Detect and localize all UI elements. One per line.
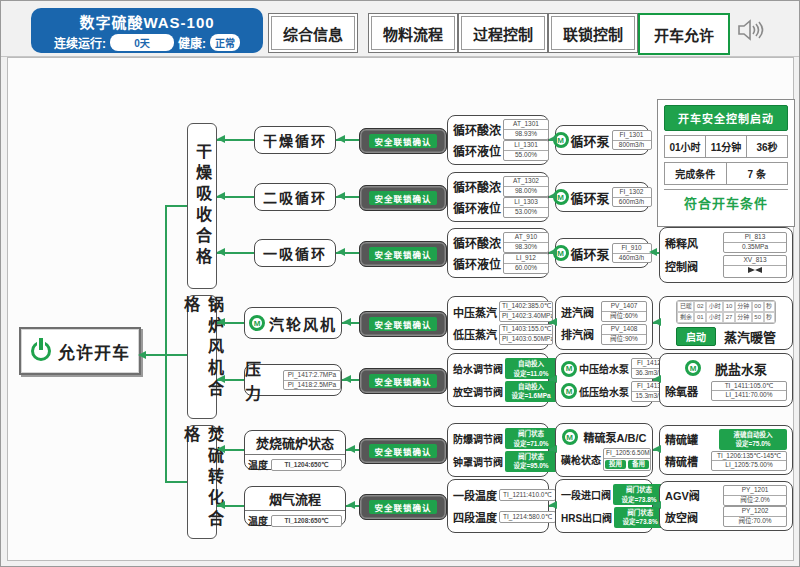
- arrow-icon: [649, 248, 657, 256]
- desalt-pump-deaerator-box: M脱盐水泵 除氧器TI_1411:105.0℃LI_1411:70.00%: [659, 353, 793, 407]
- tag-readout: AT_130198.93%: [503, 119, 549, 140]
- condition-box-second-absorb: 二吸循环: [254, 183, 336, 211]
- stage-valve-box: 一段进口阀阀门状态设定=73.8% HRS出口阀阀门状态设定=73.8%: [555, 479, 653, 533]
- condition-counter: 完成条件 7 条: [664, 162, 788, 185]
- arrow-icon: [217, 375, 225, 383]
- tag-readout: TI_1206:135℃-145℃LI_1205:75.00%: [711, 451, 787, 472]
- arrow-icon: [549, 501, 557, 509]
- tag-readout: FI_910460m3/h: [612, 243, 652, 264]
- tag-readout: TI_1211:410.0℃: [499, 489, 556, 501]
- arrow-icon: [347, 501, 355, 509]
- tag-readout: TI_1204:650℃: [271, 459, 342, 471]
- arrow-icon: [549, 375, 557, 383]
- permit-start-button[interactable]: 允许开车: [19, 327, 141, 375]
- condition-box-fluegas: 烟气流程 温度TI_1208:650℃: [244, 486, 346, 526]
- group-boiler-fan: 锅炉风机合格: [187, 295, 217, 419]
- tag-readout: TI_1214:580.0℃: [499, 511, 556, 523]
- auto-status-tag: 自动投入设定=1.6MPa: [505, 381, 557, 402]
- condition-box-turbine-fan: M 汽轮风机: [244, 307, 342, 339]
- valve-icon: [724, 265, 786, 277]
- permit-start-label: 允许开车: [58, 339, 130, 364]
- startup-timer: 01小时 11分钟 36秒: [664, 135, 788, 158]
- arrow-icon: [217, 445, 225, 453]
- nav-button-info[interactable]: 综合信息: [268, 13, 358, 53]
- condition-counter-value: 7 条: [726, 163, 788, 184]
- valve-status-tag: 阀门状态设定=95.0%: [505, 451, 557, 472]
- arrow-icon: [337, 192, 345, 200]
- motor-icon: M: [562, 429, 578, 445]
- interlock-confirm-badge[interactable]: 安全联锁确认: [359, 311, 447, 337]
- gun-status-pill: 备用: [628, 460, 649, 469]
- interlock-confirm-badge[interactable]: 安全联锁确认: [359, 438, 447, 464]
- tag-readout: PI_1417:2.7MPaPI_1418:2.5MPa: [283, 370, 341, 391]
- acid-level-box: 循环酸浓AT_130198.93% 循环液位LI_130155.00%: [447, 115, 549, 165]
- nav-button-material[interactable]: 物料流程: [368, 13, 458, 53]
- tag-readout: LI_130353.00%: [503, 197, 549, 218]
- hmi-startup-permission-screen: 数字硫酸WAS-100 连续运行: 0天 健康: 正常 综合信息 物料流程 过程…: [0, 0, 800, 567]
- interlock-confirm-badge[interactable]: 安全联锁确认: [359, 185, 447, 211]
- tag-readout: PI_8130.35MPa: [723, 232, 787, 253]
- health-status-badge: 正常: [210, 34, 240, 51]
- motor-icon: M: [249, 315, 265, 331]
- furnace-valve-box: 防爆调节阀阀门状态设定=71.0% 钟罩调节阀阀门状态设定=95.0%: [447, 423, 549, 477]
- arrow-icon: [549, 135, 557, 143]
- arrow-icon: [217, 501, 225, 509]
- motor-icon: M: [561, 361, 577, 377]
- arrow-icon: [337, 135, 345, 143]
- runtime-label: 连续运行:: [54, 34, 106, 51]
- timer-seconds: 36秒: [746, 136, 787, 157]
- arrow-icon: [138, 351, 146, 359]
- circulation-pump-box: M 循环泵 FI_1302600m3/h: [555, 182, 649, 212]
- feedwater-valve-box: 给水调节阀自动投入设定=11.0% 放空调节阀自动投入设定=1.6MPa: [447, 353, 549, 407]
- arrow-icon: [347, 445, 355, 453]
- arrow-icon: [653, 375, 661, 383]
- tag-readout: TI_1208:650℃: [271, 515, 342, 527]
- steam-readout-box: 中压蒸汽TI_1402:385.0℃PI_1402:3.40MPa 低压蒸汽TI…: [447, 296, 549, 350]
- group-sulfur-convert: 焚硫转化合格: [187, 425, 217, 539]
- interlock-confirm-badge[interactable]: 安全联锁确认: [359, 241, 447, 267]
- interlock-confirm-badge[interactable]: 安全联锁确认: [359, 494, 447, 520]
- acid-level-box: 循环酸浓AT_130298.00% 循环液位LI_130353.00%: [447, 172, 549, 222]
- tag-readout: XV_813: [723, 255, 787, 278]
- timer-minutes: 11分钟: [705, 136, 746, 157]
- stage-temp-box: 一段温度TI_1211:410.0℃ 四段温度TI_1214:580.0℃: [447, 479, 549, 533]
- steam-warmup-start-button[interactable]: 启动: [676, 327, 716, 346]
- circulation-pump-box: M 循环泵 FI_910460m3/h: [555, 238, 649, 268]
- arrow-icon: [549, 192, 557, 200]
- condition-box-first-absorb: 一吸循环: [254, 239, 336, 267]
- steam-warmup-label: 蒸汽暖管: [724, 327, 776, 346]
- startup-safety-control-button[interactable]: 开车安全控制启动: [664, 105, 788, 131]
- arrow-icon: [343, 318, 351, 326]
- arrow-icon: [337, 248, 345, 256]
- power-icon: [30, 340, 52, 362]
- runtime-value: 0天: [110, 34, 174, 51]
- tag-readout: FI_1302600m3/h: [612, 187, 652, 208]
- nav-button-permit[interactable]: 开车允许: [638, 13, 730, 55]
- sulfur-pump-box: M精硫泵A/B/C 磺枪状态 FI_1205:6.50M3/h 投用备用: [555, 423, 653, 477]
- startup-status-text: 符合开车条件: [664, 189, 788, 212]
- circulation-pump-box: M 循环泵 FI_1301800m3/h: [555, 125, 649, 155]
- arrow-icon: [217, 135, 225, 143]
- speaker-icon[interactable]: [737, 18, 765, 46]
- interlock-confirm-badge[interactable]: 安全联锁确认: [359, 128, 447, 154]
- nav-button-process[interactable]: 过程控制: [458, 13, 548, 53]
- interlock-confirm-badge[interactable]: 安全联锁确认: [359, 368, 447, 394]
- arrow-icon: [549, 248, 557, 256]
- tag-readout: FI_1301800m3/h: [612, 130, 652, 151]
- sulfur-tank-box: 精硫罐液硫自动投入设定=75.0% 精硫槽TI_1206:135℃-145℃LI…: [659, 425, 793, 475]
- tag-readout: TI_1402:385.0℃PI_1402:3.40MPa: [499, 301, 553, 322]
- arrow-icon: [217, 318, 225, 326]
- arrow-icon: [653, 318, 661, 326]
- flow-bus-line: [165, 205, 167, 483]
- health-label: 健康:: [178, 34, 206, 51]
- steam-valve-box: 进汽阀PV_1407阀位:60% 排汽阀PV_1408阀位:90%: [555, 296, 653, 350]
- arrow-icon: [343, 375, 351, 383]
- steam-warmup-box: 已暖02小时10分钟00秒 剩余01小时27分钟50秒 启动 蒸汽暖管: [659, 296, 793, 350]
- acid-level-box: 循环酸浓AT_91098.30% 循环液位LI_91260.00%: [447, 228, 549, 278]
- motor-icon: M: [561, 383, 577, 399]
- nav-button-interlock[interactable]: 联锁控制: [548, 13, 638, 53]
- condition-box-dry-cycle: 干燥循环: [254, 126, 336, 154]
- arrow-icon: [217, 192, 225, 200]
- flow-line: [165, 205, 187, 207]
- condition-box-furnace-status: 焚烧硫炉状态 温度TI_1204:650℃: [244, 430, 346, 470]
